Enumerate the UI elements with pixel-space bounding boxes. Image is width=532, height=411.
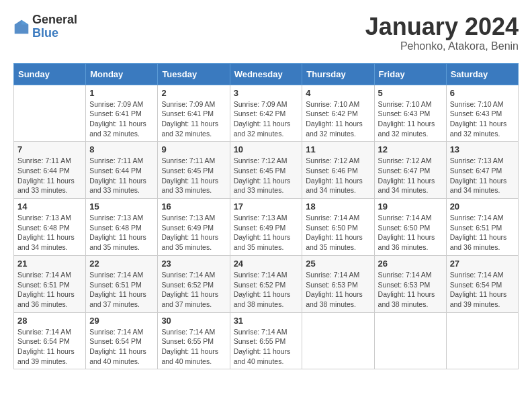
- day-number: 20: [450, 201, 515, 212]
- day-detail: Sunrise: 7:11 AMSunset: 6:45 PMDaylight:…: [161, 156, 226, 195]
- header-monday: Monday: [86, 63, 158, 85]
- calendar-cell: 4Sunrise: 7:10 AMSunset: 6:42 PMDaylight…: [302, 85, 374, 142]
- header-sunday: Sunday: [14, 63, 86, 85]
- calendar-cell: 20Sunrise: 7:14 AMSunset: 6:51 PMDayligh…: [446, 199, 518, 256]
- day-number: 27: [450, 259, 515, 269]
- calendar-cell: 24Sunrise: 7:14 AMSunset: 6:52 PMDayligh…: [230, 255, 302, 312]
- day-detail: Sunrise: 7:10 AMSunset: 6:43 PMDaylight:…: [450, 99, 515, 139]
- week-row-5: 28Sunrise: 7:14 AMSunset: 6:54 PMDayligh…: [14, 312, 519, 369]
- calendar-cell: 9Sunrise: 7:11 AMSunset: 6:45 PMDaylight…: [158, 142, 230, 199]
- day-number: 25: [306, 259, 370, 269]
- day-detail: Sunrise: 7:13 AMSunset: 6:48 PMDaylight:…: [89, 213, 154, 253]
- day-detail: Sunrise: 7:11 AMSunset: 6:44 PMDaylight:…: [17, 156, 82, 195]
- calendar-cell: 13Sunrise: 7:13 AMSunset: 6:47 PMDayligh…: [446, 142, 518, 199]
- calendar-cell: 31Sunrise: 7:14 AMSunset: 6:55 PMDayligh…: [230, 312, 302, 369]
- day-number: 29: [89, 316, 154, 326]
- calendar-cell: 10Sunrise: 7:12 AMSunset: 6:45 PMDayligh…: [230, 142, 302, 199]
- day-detail: Sunrise: 7:09 AMSunset: 6:41 PMDaylight:…: [161, 99, 226, 139]
- day-number: 1: [89, 88, 154, 98]
- day-detail: Sunrise: 7:14 AMSunset: 6:55 PMDaylight:…: [234, 327, 299, 367]
- day-number: 15: [89, 201, 154, 212]
- calendar-cell: 2Sunrise: 7:09 AMSunset: 6:41 PMDaylight…: [158, 85, 230, 142]
- calendar-cell: 30Sunrise: 7:14 AMSunset: 6:55 PMDayligh…: [158, 312, 230, 369]
- calendar-cell: [14, 85, 86, 142]
- day-detail: Sunrise: 7:14 AMSunset: 6:50 PMDaylight:…: [306, 213, 370, 253]
- logo-icon: [13, 19, 30, 35]
- calendar-cell: 5Sunrise: 7:10 AMSunset: 6:43 PMDaylight…: [374, 85, 446, 142]
- day-detail: Sunrise: 7:10 AMSunset: 6:42 PMDaylight:…: [306, 99, 370, 139]
- header-friday: Friday: [374, 63, 446, 85]
- calendar-cell: 15Sunrise: 7:13 AMSunset: 6:48 PMDayligh…: [86, 199, 158, 256]
- day-number: 11: [306, 144, 370, 154]
- header-wednesday: Wednesday: [230, 63, 302, 85]
- logo: General Blue: [13, 13, 77, 40]
- day-detail: Sunrise: 7:14 AMSunset: 6:51 PMDaylight:…: [89, 270, 154, 310]
- day-detail: Sunrise: 7:14 AMSunset: 6:54 PMDaylight:…: [17, 327, 82, 367]
- week-row-3: 14Sunrise: 7:13 AMSunset: 6:48 PMDayligh…: [14, 199, 519, 256]
- calendar-cell: [446, 312, 518, 369]
- day-number: 10: [234, 144, 299, 154]
- day-number: 4: [306, 88, 370, 98]
- calendar-body: 1Sunrise: 7:09 AMSunset: 6:41 PMDaylight…: [14, 85, 519, 369]
- calendar-cell: 29Sunrise: 7:14 AMSunset: 6:54 PMDayligh…: [86, 312, 158, 369]
- calendar-cell: 28Sunrise: 7:14 AMSunset: 6:54 PMDayligh…: [14, 312, 86, 369]
- day-number: 16: [161, 201, 226, 212]
- calendar-cell: 23Sunrise: 7:14 AMSunset: 6:52 PMDayligh…: [158, 255, 230, 312]
- logo-blue: Blue: [32, 27, 77, 40]
- day-detail: Sunrise: 7:14 AMSunset: 6:53 PMDaylight:…: [306, 270, 370, 310]
- day-number: 8: [89, 144, 154, 154]
- day-number: 12: [378, 144, 443, 154]
- day-number: 3: [234, 88, 299, 98]
- day-detail: Sunrise: 7:09 AMSunset: 6:41 PMDaylight:…: [89, 99, 154, 139]
- calendar-cell: [302, 312, 374, 369]
- day-number: 22: [89, 259, 154, 269]
- calendar-cell: 12Sunrise: 7:12 AMSunset: 6:47 PMDayligh…: [374, 142, 446, 199]
- day-detail: Sunrise: 7:14 AMSunset: 6:51 PMDaylight:…: [450, 213, 515, 253]
- day-detail: Sunrise: 7:10 AMSunset: 6:43 PMDaylight:…: [378, 99, 443, 139]
- day-detail: Sunrise: 7:14 AMSunset: 6:50 PMDaylight:…: [378, 213, 443, 253]
- day-number: 24: [234, 259, 299, 269]
- day-number: 18: [306, 201, 370, 212]
- week-row-2: 7Sunrise: 7:11 AMSunset: 6:44 PMDaylight…: [14, 142, 519, 199]
- day-detail: Sunrise: 7:13 AMSunset: 6:47 PMDaylight:…: [450, 156, 515, 195]
- calendar-subtitle: Pehonko, Atakora, Benin: [365, 40, 519, 52]
- title-block: January 2024 Pehonko, Atakora, Benin: [365, 13, 519, 52]
- day-number: 19: [378, 201, 443, 212]
- week-row-1: 1Sunrise: 7:09 AMSunset: 6:41 PMDaylight…: [14, 85, 519, 142]
- header-row: SundayMondayTuesdayWednesdayThursdayFrid…: [14, 63, 519, 85]
- header-saturday: Saturday: [446, 63, 518, 85]
- day-detail: Sunrise: 7:14 AMSunset: 6:54 PMDaylight:…: [450, 270, 515, 310]
- day-number: 9: [161, 144, 226, 154]
- day-detail: Sunrise: 7:12 AMSunset: 6:46 PMDaylight:…: [306, 156, 370, 195]
- day-detail: Sunrise: 7:13 AMSunset: 6:49 PMDaylight:…: [161, 213, 226, 253]
- page-header: General Blue January 2024 Pehonko, Atako…: [13, 13, 519, 52]
- day-detail: Sunrise: 7:12 AMSunset: 6:47 PMDaylight:…: [378, 156, 443, 195]
- day-number: 5: [378, 88, 443, 98]
- calendar-cell: 16Sunrise: 7:13 AMSunset: 6:49 PMDayligh…: [158, 199, 230, 256]
- day-number: 2: [161, 88, 226, 98]
- svg-marker-1: [21, 20, 28, 25]
- day-detail: Sunrise: 7:14 AMSunset: 6:51 PMDaylight:…: [17, 270, 82, 310]
- day-detail: Sunrise: 7:09 AMSunset: 6:42 PMDaylight:…: [234, 99, 299, 139]
- logo-text: General Blue: [32, 13, 77, 40]
- day-detail: Sunrise: 7:14 AMSunset: 6:52 PMDaylight:…: [161, 270, 226, 310]
- day-detail: Sunrise: 7:13 AMSunset: 6:48 PMDaylight:…: [17, 213, 82, 253]
- day-number: 7: [17, 144, 82, 154]
- calendar-cell: 21Sunrise: 7:14 AMSunset: 6:51 PMDayligh…: [14, 255, 86, 312]
- header-tuesday: Tuesday: [158, 63, 230, 85]
- calendar-cell: 18Sunrise: 7:14 AMSunset: 6:50 PMDayligh…: [302, 199, 374, 256]
- day-number: 23: [161, 259, 226, 269]
- calendar-cell: 25Sunrise: 7:14 AMSunset: 6:53 PMDayligh…: [302, 255, 374, 312]
- calendar-cell: 19Sunrise: 7:14 AMSunset: 6:50 PMDayligh…: [374, 199, 446, 256]
- calendar-header: SundayMondayTuesdayWednesdayThursdayFrid…: [14, 63, 519, 85]
- week-row-4: 21Sunrise: 7:14 AMSunset: 6:51 PMDayligh…: [14, 255, 519, 312]
- day-number: 6: [450, 88, 515, 98]
- day-detail: Sunrise: 7:14 AMSunset: 6:54 PMDaylight:…: [89, 327, 154, 367]
- calendar-table: SundayMondayTuesdayWednesdayThursdayFrid…: [13, 63, 519, 370]
- day-detail: Sunrise: 7:14 AMSunset: 6:52 PMDaylight:…: [234, 270, 299, 310]
- calendar-cell: 11Sunrise: 7:12 AMSunset: 6:46 PMDayligh…: [302, 142, 374, 199]
- day-number: 17: [234, 201, 299, 212]
- day-detail: Sunrise: 7:11 AMSunset: 6:44 PMDaylight:…: [89, 156, 154, 195]
- day-number: 31: [234, 316, 299, 326]
- day-number: 21: [17, 259, 82, 269]
